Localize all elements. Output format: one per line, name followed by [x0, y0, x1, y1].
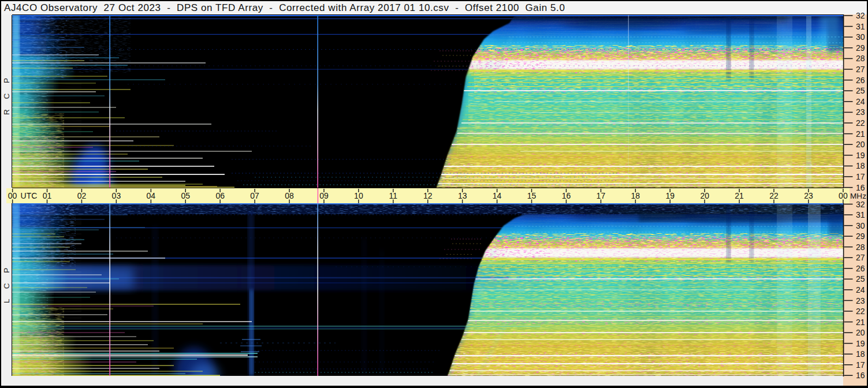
svg-text:R C P: R C P — [2, 74, 11, 115]
svg-text:26: 26 — [856, 76, 865, 85]
svg-text:23: 23 — [856, 296, 865, 305]
svg-text:17: 17 — [856, 360, 865, 370]
svg-text:03: 03 — [112, 191, 121, 200]
svg-text:20: 20 — [856, 140, 865, 149]
svg-text:18: 18 — [856, 161, 865, 170]
svg-text:29: 29 — [856, 43, 865, 53]
svg-text:19: 19 — [856, 151, 865, 160]
svg-text:21: 21 — [735, 191, 744, 200]
svg-text:07: 07 — [250, 191, 259, 200]
svg-text:UTC: UTC — [21, 191, 38, 200]
svg-text:32: 32 — [856, 11, 865, 20]
svg-text:23: 23 — [804, 191, 813, 200]
svg-text:10: 10 — [354, 191, 363, 200]
svg-text:AJ4CO Observatory 27 Oct 2023: AJ4CO Observatory 27 Oct 2023 - DPS on T… — [4, 2, 565, 13]
svg-text:12: 12 — [423, 191, 433, 200]
svg-text:19: 19 — [666, 191, 675, 200]
svg-text:22: 22 — [769, 191, 778, 200]
svg-text:18: 18 — [856, 349, 865, 359]
svg-text:32: 32 — [856, 200, 865, 209]
svg-text:31: 31 — [856, 210, 865, 219]
svg-text:00: 00 — [8, 191, 17, 200]
svg-text:20: 20 — [700, 191, 709, 200]
svg-text:21: 21 — [856, 129, 865, 139]
svg-text:13: 13 — [458, 191, 467, 200]
svg-text:27: 27 — [856, 253, 865, 262]
svg-text:31: 31 — [856, 22, 865, 31]
svg-text:20: 20 — [856, 328, 865, 337]
svg-text:01: 01 — [43, 191, 52, 200]
svg-text:24: 24 — [856, 285, 865, 294]
svg-text:17: 17 — [597, 191, 606, 200]
svg-text:28: 28 — [856, 242, 865, 252]
svg-text:19: 19 — [856, 339, 865, 348]
svg-text:27: 27 — [856, 65, 865, 74]
svg-text:22: 22 — [856, 118, 865, 128]
svg-text:25: 25 — [856, 274, 865, 283]
svg-text:17: 17 — [856, 172, 865, 181]
svg-text:23: 23 — [856, 107, 865, 117]
svg-text:08: 08 — [285, 191, 294, 200]
svg-text:16: 16 — [562, 191, 571, 200]
svg-text:05: 05 — [181, 191, 190, 200]
svg-text:22: 22 — [856, 307, 865, 316]
svg-text:16: 16 — [856, 183, 865, 192]
svg-text:28: 28 — [856, 54, 865, 63]
svg-text:04: 04 — [147, 191, 156, 200]
svg-text:30: 30 — [856, 221, 865, 230]
svg-text:L C P: L C P — [2, 264, 11, 303]
svg-text:25: 25 — [856, 86, 865, 95]
svg-text:21: 21 — [856, 318, 865, 327]
svg-text:02: 02 — [77, 191, 87, 200]
svg-text:09: 09 — [319, 191, 329, 200]
svg-text:06: 06 — [215, 191, 225, 200]
svg-text:29: 29 — [856, 232, 865, 241]
svg-text:26: 26 — [856, 264, 865, 273]
svg-text:24: 24 — [856, 97, 865, 106]
svg-text:11: 11 — [389, 191, 398, 200]
svg-text:14: 14 — [493, 191, 502, 200]
svg-text:00: 00 — [839, 191, 848, 200]
svg-text:30: 30 — [856, 32, 865, 42]
svg-text:15: 15 — [527, 191, 537, 200]
svg-text:16: 16 — [856, 371, 865, 380]
svg-text:18: 18 — [631, 191, 640, 200]
